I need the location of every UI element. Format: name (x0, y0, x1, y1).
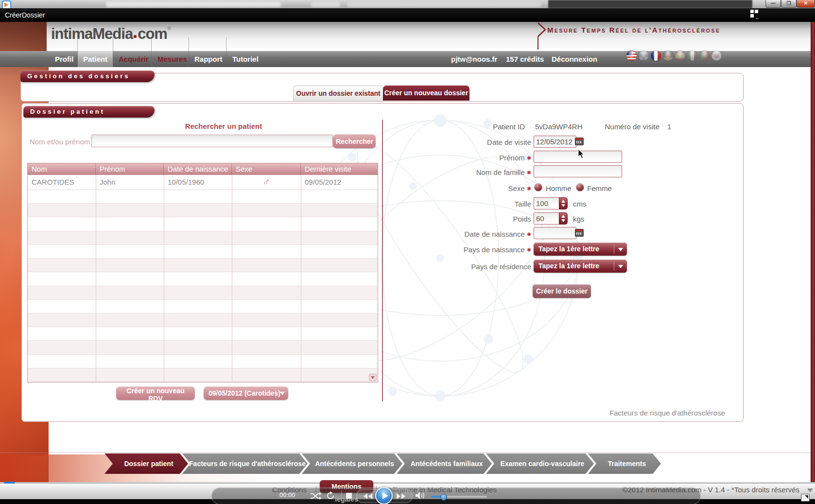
shuffle-icon[interactable] (310, 492, 322, 500)
browser-button[interactable] (311, 1, 340, 7)
col-header-sexe: Sexe (232, 163, 301, 175)
patient-section-header: Dossier patient (23, 106, 155, 118)
create-dossier-button[interactable]: Créer le dossier (533, 284, 591, 298)
homme-label: Homme (546, 184, 572, 192)
repeat-icon[interactable] (326, 491, 335, 500)
restore-button[interactable]: ❐ (781, 0, 797, 8)
nav-item-patient[interactable]: Patient (83, 51, 107, 67)
us-flag-icon[interactable] (626, 50, 637, 61)
stepper-up-icon (561, 215, 565, 218)
it-flag-icon[interactable] (687, 50, 698, 61)
seek-progress (4, 482, 15, 484)
credits-count: 157 crédits (506, 51, 544, 67)
visit-number-value: 1 (667, 122, 671, 131)
radio-femme[interactable] (576, 183, 584, 191)
stop-icon[interactable] (346, 493, 352, 499)
fr-flag-icon[interactable] (650, 50, 661, 61)
search-name-label: Nom et/ou prénom (30, 138, 90, 146)
de-flag-icon[interactable] (662, 50, 674, 61)
col-header-naissance: Date de naissance (164, 163, 232, 175)
poids-input[interactable] (534, 212, 561, 225)
scrollbar-down-arrow[interactable] (807, 488, 813, 492)
radio-homme[interactable] (534, 183, 542, 191)
table-row[interactable]: CAROTIDES John 10/05/1960 ♂ 09/05/2012 (28, 175, 378, 190)
create-rdv-button[interactable]: Créer un nouveau RDV (116, 386, 195, 400)
cell-naissance: 10/05/1960 (164, 175, 232, 190)
patient-id-label: Patient ID (459, 122, 525, 131)
tab-open-existing-dossier[interactable]: Ouvrir un dossier existant (293, 86, 383, 101)
browser-tab-strip (347, 1, 541, 7)
logo-dot-icon (134, 35, 137, 38)
tab-create-new-dossier[interactable]: Créer un nouveau dossier (383, 86, 469, 101)
jp-flag-icon[interactable] (711, 50, 722, 61)
patients-table-header: Nom Prénom Date de naissance Sexe Derniè… (28, 163, 378, 175)
dropdown-arrow-icon (280, 392, 285, 395)
empty-table-row (28, 313, 378, 327)
fast-forward-icon[interactable] (397, 492, 408, 501)
taille-stepper[interactable] (559, 197, 568, 209)
volume-slider-knob[interactable] (440, 494, 447, 501)
uk-flag-icon[interactable] (638, 50, 649, 61)
calendar-icon[interactable] (575, 229, 584, 237)
nom-famille-input[interactable] (534, 165, 622, 177)
breadcrumb-facteurs-risque[interactable]: Facteurs de risque d'athérosclérose (182, 453, 308, 474)
empty-table-row (28, 368, 378, 382)
pays-naissance-label: Pays de naissance✱ (362, 245, 531, 254)
empty-table-row (28, 286, 378, 300)
nav-item-profil[interactable]: Profil (55, 51, 73, 67)
male-icon: ♂ (232, 175, 301, 190)
date-visite-input[interactable] (534, 136, 576, 148)
fullscreen-icon[interactable] (801, 494, 810, 502)
vertical-scrollbar[interactable] (811, 22, 815, 487)
nav-item-rapport[interactable]: Rapport (194, 51, 223, 67)
content-bottom-line (0, 452, 811, 453)
logout-link[interactable]: Déconnexion (552, 51, 597, 67)
minimize-button[interactable]: — (765, 0, 781, 8)
breadcrumb-dossier-patient[interactable]: Dossier patient (104, 453, 188, 474)
breadcrumb-traitements[interactable]: Traitements (588, 453, 661, 474)
volume-icon[interactable] (415, 491, 425, 500)
empty-table-row (28, 341, 378, 354)
stepper-up-icon (561, 200, 565, 203)
breadcrumb-antecedents-familiaux[interactable]: Antécédents familiaux (397, 453, 492, 474)
user-email: pjtw@noos.fr (451, 51, 497, 67)
femme-label: Femme (587, 184, 612, 192)
search-heading: Rechercher un patient (143, 122, 304, 130)
gestion-section-header: Gestion des dossiers (20, 70, 155, 82)
risk-factors-note: Facteurs de risque d'athérosclérose (556, 409, 725, 417)
empty-table-row (28, 190, 378, 204)
seek-bar[interactable] (0, 482, 815, 483)
calendar-icon[interactable] (575, 138, 584, 145)
breadcrumb-examen-cardio[interactable]: Examen cardio-vasculaire (486, 453, 594, 474)
es-flag-icon[interactable] (675, 50, 686, 61)
panel-divider (382, 120, 383, 401)
empty-table-row (28, 217, 378, 231)
play-icon[interactable] (375, 487, 393, 504)
pt-flag-icon[interactable] (699, 50, 710, 61)
mouse-cursor (578, 149, 585, 159)
search-input[interactable] (91, 135, 333, 147)
sexe-label: Sexe✱ (362, 184, 531, 192)
rewind-icon[interactable] (361, 492, 372, 501)
empty-table-row (28, 272, 378, 286)
collapse-arrow-icon[interactable]: ← (755, 15, 760, 20)
pays-residence-dropdown[interactable]: Tapez la 1ère lettre (534, 260, 627, 273)
visit-dropdown-button[interactable]: 09/05/2012 (Carotides) (204, 386, 288, 400)
nav-separator (189, 37, 189, 67)
close-button[interactable]: ✕ (797, 0, 815, 8)
table-scroll-down-arrow[interactable] (369, 374, 377, 381)
browser-tab-dark-region (548, 0, 752, 8)
window-title: CréerDossier (5, 11, 45, 19)
pays-naissance-dropdown[interactable]: Tapez la 1ère lettre (534, 243, 627, 256)
nav-item-mesures[interactable]: Mesures (157, 51, 187, 67)
empty-table-row (28, 245, 378, 259)
poids-stepper[interactable] (559, 212, 568, 225)
nav-item-acquerir[interactable]: Acquérir (119, 51, 149, 67)
breadcrumb-antecedents-personnels[interactable]: Antécédents personnels (302, 453, 402, 474)
naissance-input[interactable] (534, 227, 576, 239)
empty-table-row (28, 259, 378, 272)
taille-input[interactable] (534, 197, 561, 209)
nav-item-tutoriel[interactable]: Tutoriel (232, 51, 259, 67)
date-visite-label: Date de visite (362, 138, 531, 146)
address-bar[interactable] (106, 1, 281, 7)
